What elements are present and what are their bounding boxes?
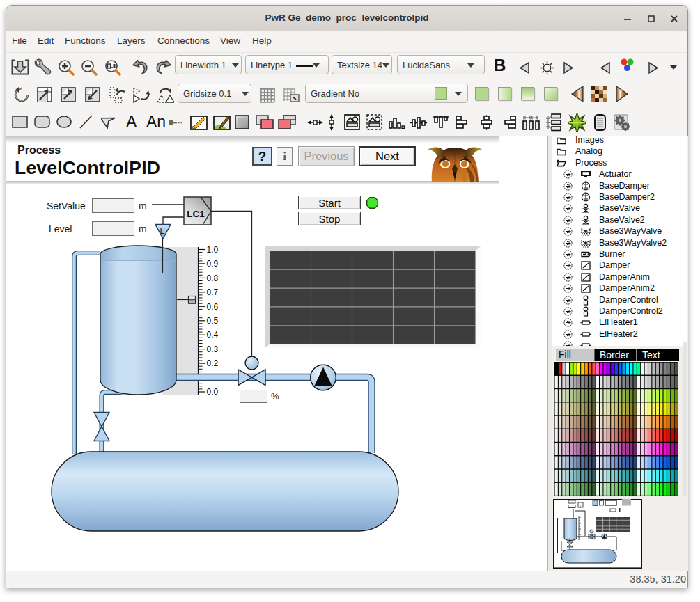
svg-text:0.9: 0.9 bbox=[207, 259, 219, 269]
svg-text:0.5: 0.5 bbox=[207, 316, 219, 326]
svg-text:0.2: 0.2 bbox=[207, 358, 219, 368]
svg-text:0.8: 0.8 bbox=[207, 274, 219, 283]
svg-text:1.0: 1.0 bbox=[207, 245, 219, 255]
svg-text:LC1: LC1 bbox=[187, 209, 205, 219]
svg-text:0.0: 0.0 bbox=[207, 387, 219, 397]
svg-text:0.4: 0.4 bbox=[207, 330, 219, 340]
svg-text:L: L bbox=[160, 226, 165, 236]
svg-text:0.3: 0.3 bbox=[207, 344, 219, 354]
svg-text:0.6: 0.6 bbox=[207, 302, 219, 312]
svg-text:0.7: 0.7 bbox=[207, 287, 219, 297]
